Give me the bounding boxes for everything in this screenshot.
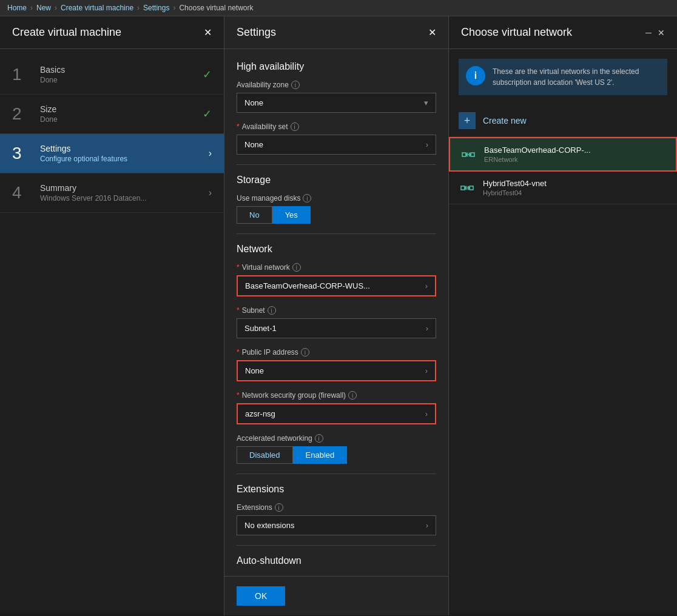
- network-item-baseteam[interactable]: BaseTeamOverhead-CORP-... ERNetwork: [449, 137, 677, 172]
- subnet-arrow-icon: ›: [426, 324, 428, 333]
- virtual-network-field: * Virtual network i BaseTeamOverhead-COR…: [237, 263, 436, 296]
- ok-btn-container: OK: [224, 576, 448, 615]
- baseteam-network-name: BaseTeamOverhead-CORP-...: [484, 146, 666, 155]
- public-ip-field: * Public IP address i None ›: [237, 348, 436, 381]
- step-1-subtitle: Done: [40, 76, 193, 84]
- close-vnet-panel-button[interactable]: ✕: [658, 28, 665, 38]
- step-3-content: Settings Configure optional features: [40, 144, 199, 163]
- divider-extensions: [237, 474, 436, 474]
- breadcrumb-create-vm[interactable]: Create virtual machine: [61, 4, 133, 12]
- extensions-label: Extensions i: [237, 503, 436, 512]
- availability-zone-info-icon[interactable]: i: [291, 81, 300, 89]
- extensions-field: Extensions i No extensions ›: [237, 503, 436, 535]
- settings-panel-close-button[interactable]: ✕: [428, 27, 436, 38]
- accelerated-networking-disabled-button[interactable]: Disabled: [237, 446, 293, 464]
- step-2-content: Size Done: [40, 104, 193, 124]
- managed-disks-toggle: No Yes: [237, 206, 436, 224]
- left-panel: Create virtual machine ✕ 1 Basics Done ✓…: [0, 16, 224, 615]
- left-panel-title: Create virtual machine: [12, 26, 121, 39]
- nsg-arrow-icon: ›: [425, 409, 428, 418]
- settings-content: High availability Availability zone i No…: [224, 49, 448, 615]
- extensions-section-title: Extensions: [237, 484, 436, 495]
- left-panel-header: Create virtual machine ✕: [0, 16, 224, 49]
- choose-vnet-title: Choose virtual network: [461, 26, 572, 39]
- availability-zone-field: Availability zone i None ▾: [237, 81, 436, 113]
- accelerated-networking-info-icon[interactable]: i: [315, 434, 323, 443]
- accelerated-networking-label: Accelerated networking i: [237, 434, 436, 443]
- availability-zone-chevron-icon: ▾: [424, 98, 428, 107]
- settings-panel-title: Settings: [237, 26, 276, 39]
- subnet-selector[interactable]: Subnet-1 ›: [237, 318, 436, 338]
- network-item-hybridtest[interactable]: HybridTest04-vnet HybridTest04: [449, 172, 677, 204]
- step-4-content: Summary Windows Server 2016 Datacen...: [40, 183, 199, 203]
- step-4-title: Summary: [40, 183, 199, 193]
- wizard-steps: 1 Basics Done ✓ 2 Size Done ✓ 3: [0, 49, 224, 615]
- nsg-info-icon[interactable]: i: [348, 391, 357, 400]
- accelerated-networking-field: Accelerated networking i Disabled Enable…: [237, 434, 436, 464]
- hybridtest-network-name: HybridTest04-vnet: [483, 179, 667, 188]
- managed-disks-info-icon[interactable]: i: [303, 194, 311, 203]
- managed-disks-yes-button[interactable]: Yes: [272, 206, 311, 224]
- virtual-network-info-icon[interactable]: i: [292, 263, 301, 272]
- breadcrumb-new[interactable]: New: [36, 4, 51, 12]
- step-1-check-icon: ✓: [203, 68, 212, 81]
- info-banner-icon: i: [466, 66, 485, 85]
- extensions-selector[interactable]: No extensions ›: [237, 515, 436, 535]
- ok-button[interactable]: OK: [237, 586, 285, 606]
- extensions-arrow-icon: ›: [426, 521, 428, 530]
- subnet-field: * Subnet i Subnet-1 ›: [237, 306, 436, 338]
- hybridtest-network-info: HybridTest04-vnet HybridTest04: [483, 179, 667, 196]
- storage-section-title: Storage: [237, 175, 436, 186]
- info-banner: i These are the virtual networks in the …: [459, 59, 667, 95]
- availability-set-field: * Availability set i None ›: [237, 122, 436, 155]
- availability-set-info-icon[interactable]: i: [291, 122, 299, 131]
- minimize-button[interactable]: ─: [645, 28, 652, 38]
- nsg-selector[interactable]: azsr-nsg ›: [237, 403, 436, 424]
- divider-network: [237, 233, 436, 234]
- hybridtest-network-sub: HybridTest04: [483, 189, 667, 196]
- create-new-label: Create new: [483, 116, 527, 126]
- hybridtest-vnet-icon: [459, 179, 476, 196]
- step-1-title: Basics: [40, 65, 193, 75]
- step-3-number: 3: [12, 144, 30, 163]
- wizard-step-settings[interactable]: 3 Settings Configure optional features ›: [0, 134, 224, 173]
- public-ip-arrow-icon: ›: [425, 366, 428, 375]
- breadcrumb-settings[interactable]: Settings: [143, 4, 169, 12]
- create-new-item[interactable]: + Create new: [449, 105, 677, 137]
- left-panel-close-button[interactable]: ✕: [204, 27, 212, 38]
- breadcrumb: Home › New › Create virtual machine › Se…: [0, 0, 677, 16]
- baseteam-network-info: BaseTeamOverhead-CORP-... ERNetwork: [484, 146, 666, 163]
- step-4-subtitle: Windows Server 2016 Datacen...: [40, 194, 199, 203]
- baseteam-network-sub: ERNetwork: [484, 156, 666, 163]
- public-ip-selector[interactable]: None ›: [237, 360, 436, 381]
- availability-zone-dropdown[interactable]: None ▾: [237, 93, 436, 113]
- choose-vnet-header: Choose virtual network ─ ✕: [449, 16, 677, 49]
- choose-vnet-panel: Choose virtual network ─ ✕ i These are t…: [449, 16, 677, 615]
- public-ip-info-icon[interactable]: i: [301, 348, 309, 357]
- availability-set-selector[interactable]: None ›: [237, 135, 436, 155]
- subnet-info-icon[interactable]: i: [268, 306, 276, 315]
- divider-storage: [237, 164, 436, 165]
- breadcrumb-choose-vnet: Choose virtual network: [179, 4, 253, 12]
- wizard-step-basics[interactable]: 1 Basics Done ✓: [0, 55, 224, 95]
- step-2-subtitle: Done: [40, 115, 193, 124]
- step-1-content: Basics Done: [40, 65, 193, 84]
- divider-auto-shutdown: [237, 545, 436, 546]
- breadcrumb-home[interactable]: Home: [7, 4, 27, 12]
- extensions-info-icon[interactable]: i: [275, 503, 283, 512]
- availability-zone-label: Availability zone i: [237, 81, 436, 89]
- step-3-arrow-icon: ›: [209, 148, 212, 159]
- accelerated-networking-enabled-button[interactable]: Enabled: [293, 446, 348, 464]
- step-2-check-icon: ✓: [203, 107, 212, 121]
- baseteam-vnet-icon: [460, 146, 477, 163]
- managed-disks-no-button[interactable]: No: [237, 206, 272, 224]
- settings-panel-header: Settings ✕: [224, 16, 448, 49]
- nsg-field: * Network security group (firewall) i az…: [237, 391, 436, 424]
- availability-set-label: * Availability set i: [237, 122, 436, 131]
- wizard-step-size[interactable]: 2 Size Done ✓: [0, 95, 224, 134]
- network-section-title: Network: [237, 244, 436, 255]
- settings-panel: Settings ✕ High availability Availabilit…: [224, 16, 449, 615]
- wizard-step-summary[interactable]: 4 Summary Windows Server 2016 Datacen...…: [0, 173, 224, 213]
- virtual-network-selector[interactable]: BaseTeamOverhead-CORP-WUS... ›: [237, 275, 436, 296]
- high-availability-section-title: High availability: [237, 61, 436, 72]
